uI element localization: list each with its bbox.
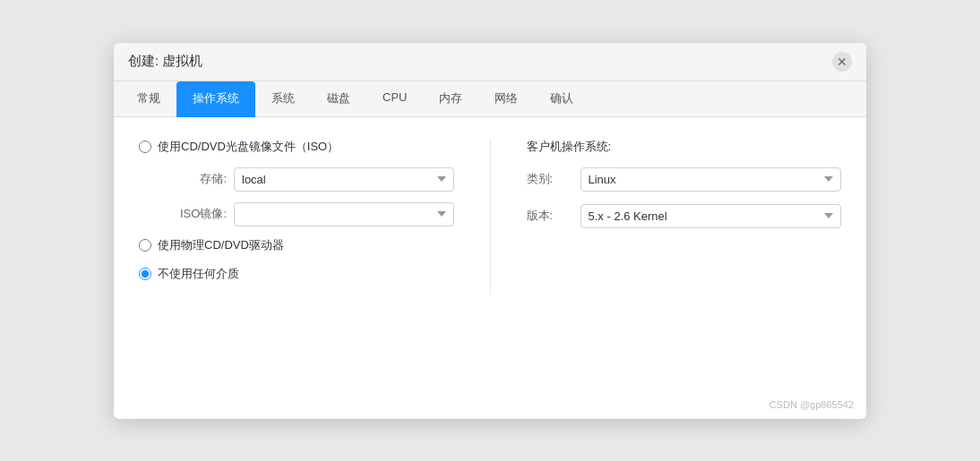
os-type-group: 类别: Linux Windows Other bbox=[527, 167, 842, 192]
right-section-title: 客户机操作系统: bbox=[527, 139, 842, 155]
iso-label: ISO镜像: bbox=[164, 206, 227, 222]
tab-memory[interactable]: 内存 bbox=[423, 81, 478, 117]
dialog-body: 使用CD/DVD光盘镜像文件（ISO） 存储: local ISO镜像: bbox=[114, 117, 866, 316]
close-button[interactable]: ✕ bbox=[832, 52, 852, 72]
os-type-label: 类别: bbox=[527, 171, 572, 187]
physical-dvd-radio-label[interactable]: 使用物理CD/DVD驱动器 bbox=[139, 237, 284, 253]
storage-group: 存储: local bbox=[139, 167, 454, 192]
storage-select[interactable]: local bbox=[234, 167, 454, 192]
tab-os[interactable]: 操作系统 bbox=[176, 81, 255, 117]
close-icon: ✕ bbox=[837, 55, 847, 68]
left-panel: 使用CD/DVD光盘镜像文件（ISO） 存储: local ISO镜像: bbox=[139, 139, 454, 295]
os-version-group: 版本: 5.x - 2.6 Kernel 4.x - 3.10 Kernel O… bbox=[527, 204, 842, 228]
physical-dvd-radio[interactable] bbox=[139, 239, 151, 252]
dialog-header: 创建: 虚拟机 ✕ bbox=[114, 43, 866, 81]
create-vm-dialog: 创建: 虚拟机 ✕ 常规 操作系统 系统 磁盘 CPU 内存 网络 确认 使用C… bbox=[114, 43, 866, 419]
iso-option-text: 使用CD/DVD光盘镜像文件（ISO） bbox=[158, 139, 339, 155]
tab-system[interactable]: 系统 bbox=[255, 81, 311, 117]
right-panel: 客户机操作系统: 类别: Linux Windows Other 版本: 5.x… bbox=[527, 139, 842, 295]
physical-dvd-option-text: 使用物理CD/DVD驱动器 bbox=[158, 237, 284, 253]
tab-bar: 常规 操作系统 系统 磁盘 CPU 内存 网络 确认 bbox=[114, 81, 866, 117]
tab-disk[interactable]: 磁盘 bbox=[311, 81, 366, 117]
iso-radio-label[interactable]: 使用CD/DVD光盘镜像文件（ISO） bbox=[139, 139, 339, 155]
iso-radio[interactable] bbox=[139, 141, 151, 153]
os-type-select[interactable]: Linux Windows Other bbox=[580, 167, 842, 192]
os-version-label: 版本: bbox=[527, 208, 572, 224]
tab-confirm[interactable]: 确认 bbox=[534, 81, 589, 117]
iso-select[interactable] bbox=[234, 202, 454, 226]
physical-dvd-option-row: 使用物理CD/DVD驱动器 bbox=[139, 237, 454, 253]
iso-option-row: 使用CD/DVD光盘镜像文件（ISO） bbox=[139, 139, 454, 155]
no-media-option-text: 不使用任何介质 bbox=[158, 266, 239, 282]
dialog-title: 创建: 虚拟机 bbox=[128, 53, 202, 70]
os-version-select[interactable]: 5.x - 2.6 Kernel 4.x - 3.10 Kernel Other bbox=[580, 204, 842, 228]
no-media-option-row: 不使用任何介质 bbox=[139, 266, 454, 282]
no-media-radio-label[interactable]: 不使用任何介质 bbox=[139, 266, 239, 282]
no-media-radio[interactable] bbox=[139, 268, 151, 280]
tab-general[interactable]: 常规 bbox=[121, 81, 176, 117]
tab-cpu[interactable]: CPU bbox=[366, 81, 423, 117]
iso-image-group: ISO镜像: bbox=[139, 202, 454, 226]
watermark: CSDN @gp865542 bbox=[769, 399, 854, 410]
tab-network[interactable]: 网络 bbox=[478, 81, 534, 117]
storage-label: 存储: bbox=[164, 171, 227, 187]
panel-divider bbox=[490, 139, 491, 295]
